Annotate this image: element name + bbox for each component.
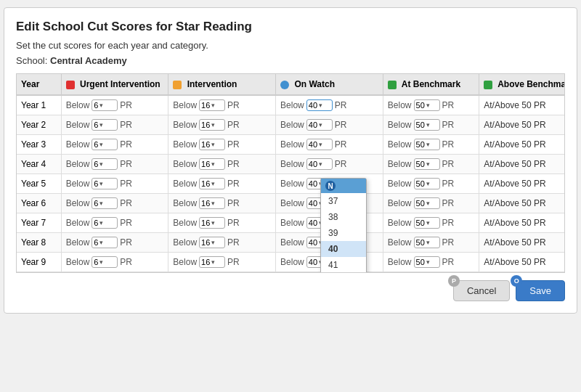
intervention-select-7[interactable]: 16 ▾ [199,237,225,248]
chevron-down-icon: ▾ [319,121,322,128]
urgent-select-7[interactable]: 6 ▾ [92,237,118,248]
scores-table-wrapper: Year Urgent Intervention Intervention On… [16,73,565,273]
intervention-select-5[interactable]: 16 ▾ [199,197,225,209]
chevron-down-icon: ▾ [426,141,430,148]
table-row: Year 2 Below 6 ▾ PR Below 16 ▾ PR [17,115,564,135]
onwatch-select-1[interactable]: 40 ▾ [306,119,333,131]
cell-above-7: At/Above 50 PR [479,233,564,253]
table-row: Year 7 Below 6 ▾ PR Below 16 ▾ PR [17,213,564,233]
chevron-down-icon: ▾ [99,121,103,128]
cell-urgent-2: Below 6 ▾ PR [61,135,168,155]
cell-benchmark-0: Below 50 ▾ PR [383,96,479,115]
urgent-select-4[interactable]: 6 ▾ [92,178,118,189]
urgent-select-5[interactable]: 6 ▾ [92,197,118,209]
cancel-button[interactable]: P Cancel [453,280,510,301]
dropdown-item[interactable]: 37 [321,193,366,209]
table-scroll-area: Year 1 Below 6 ▾ PR Below 16 ▾ PR [17,96,564,272]
cell-benchmark-2: Below 50 ▾ PR [383,135,479,155]
intervention-select-3[interactable]: 16 ▾ [199,158,225,170]
intervention-select-2[interactable]: 16 ▾ [199,139,225,150]
page-subtitle: Set the cut scores for each year and cat… [16,40,565,51]
cell-year-0: Year 1 [17,96,61,115]
col-header-year: Year [17,74,61,95]
cell-intervention-5: Below 16 ▾ PR [168,194,276,213]
cell-benchmark-4: Below 50 ▾ PR [383,174,479,194]
save-button[interactable]: O Save [516,280,565,301]
dropdown-list[interactable]: 37383940414243 [321,193,366,273]
table-row: Year 4 Below 6 ▾ PR Below 16 ▾ PR [17,155,564,174]
intervention-select-4[interactable]: 16 ▾ [199,178,225,189]
onwatch-icon [280,81,289,89]
chevron-down-icon: ▾ [99,102,103,109]
benchmark-select-6[interactable]: 50 ▾ [414,217,440,229]
cell-urgent-0: Below 6 ▾ PR [61,96,168,115]
urgent-icon [66,81,75,89]
cell-intervention-7: Below 16 ▾ PR [168,233,276,253]
intervention-select-8[interactable]: 16 ▾ [199,256,225,268]
col-header-onwatch: On Watch [276,74,383,95]
col-header-urgent: Urgent Intervention [61,74,168,95]
n-badge: N [325,181,336,191]
modal-container: Edit School Cut Scores for Star Reading … [4,7,577,314]
table-row: Year 6 Below 6 ▾ PR Below 16 ▾ PR [17,194,564,213]
above-icon [484,81,492,89]
page-title: Edit School Cut Scores for Star Reading [16,20,565,34]
cell-above-1: At/Above 50 PR [479,115,564,135]
chevron-down-icon: ▾ [319,141,322,148]
cell-intervention-1: Below 16 ▾ PR [168,115,276,135]
chevron-down-icon: ▾ [426,239,430,246]
table-row: Year 8 Below 6 ▾ PR Below 16 ▾ PR [17,233,564,253]
cell-year-4: Year 5 [17,174,61,194]
dropdown-header: N [321,179,366,193]
intervention-icon [173,81,182,89]
urgent-select-2[interactable]: 6 ▾ [92,139,118,150]
table-row: Year 1 Below 6 ▾ PR Below 16 ▾ PR [17,96,564,115]
col-header-intervention: Intervention [168,74,276,95]
save-badge: O [511,275,522,287]
chevron-down-icon: ▾ [211,219,215,226]
benchmark-icon [388,81,397,89]
onwatch-dropdown[interactable]: N 37383940414243 [320,178,367,273]
dropdown-item[interactable]: 41 [321,257,366,273]
chevron-down-icon: ▾ [426,160,430,168]
urgent-select-1[interactable]: 6 ▾ [92,119,118,131]
urgent-select-6[interactable]: 6 ▾ [92,217,118,229]
chevron-down-icon: ▾ [211,102,215,109]
cell-onwatch-3: Below 40 ▾ PR [276,155,383,174]
cell-year-8: Year 9 [17,253,61,272]
cell-onwatch-0: Below 40 ▾ PR [276,96,383,115]
benchmark-select-8[interactable]: 50 ▾ [414,256,440,268]
school-name-value: Central Academy [50,55,127,66]
chevron-down-icon: ▾ [99,200,103,207]
urgent-select-0[interactable]: 6 ▾ [92,99,118,111]
urgent-select-3[interactable]: 6 ▾ [92,158,118,170]
cell-above-0: At/Above 50 PR [479,96,564,115]
benchmark-select-4[interactable]: 50 ▾ [414,178,440,189]
cell-year-7: Year 8 [17,233,61,253]
cell-urgent-5: Below 6 ▾ PR [61,194,168,213]
chevron-down-icon: ▾ [426,180,430,187]
onwatch-select-0[interactable]: 40 ▾ [306,99,333,111]
cell-above-3: At/Above 50 PR [479,155,564,174]
benchmark-select-7[interactable]: 50 ▾ [414,237,440,248]
intervention-select-6[interactable]: 16 ▾ [199,217,225,229]
dropdown-item[interactable]: 40 [321,241,366,257]
cell-benchmark-5: Below 50 ▾ PR [383,194,479,213]
cell-urgent-6: Below 6 ▾ PR [61,213,168,233]
benchmark-select-5[interactable]: 50 ▾ [414,197,440,209]
dropdown-item[interactable]: 39 [321,225,366,241]
dropdown-item[interactable]: 38 [321,209,366,225]
urgent-select-8[interactable]: 6 ▾ [92,256,118,268]
cell-year-5: Year 6 [17,194,61,213]
chevron-down-icon: ▾ [426,258,430,266]
benchmark-select-0[interactable]: 50 ▾ [414,99,440,111]
benchmark-select-3[interactable]: 50 ▾ [414,158,440,170]
intervention-select-1[interactable]: 16 ▾ [199,119,225,131]
cell-urgent-4: Below 6 ▾ PR [61,174,168,194]
chevron-down-icon: ▾ [99,180,103,187]
onwatch-select-3[interactable]: 40 ▾ [306,158,333,170]
benchmark-select-2[interactable]: 50 ▾ [414,139,440,150]
intervention-select-0[interactable]: 16 ▾ [199,99,225,111]
benchmark-select-1[interactable]: 50 ▾ [414,119,440,131]
onwatch-select-2[interactable]: 40 ▾ [306,139,333,150]
